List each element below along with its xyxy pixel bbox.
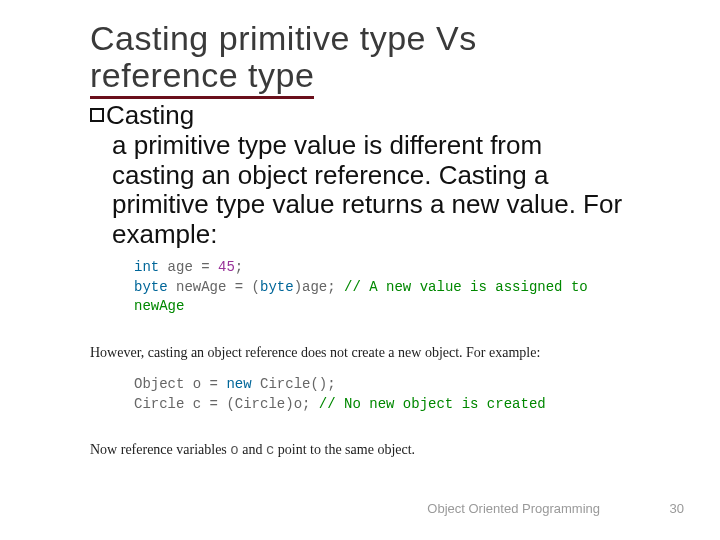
prose-text: Now reference variables [90,442,230,457]
code-text: ; [235,259,243,275]
prose-text: and [239,442,266,457]
code-text: Circle(); [252,376,336,392]
code-keyword: new [226,376,251,392]
code-text: Circle c = (Circle)o; [134,396,319,412]
code-block-1: int age = 45; byte newAge = (byte)age; /… [134,258,630,317]
slide-number: 30 [670,501,684,516]
code-keyword: byte [260,279,294,295]
prose-text: However, casting an object reference doe… [90,345,540,360]
title-line-1: Casting primitive type Vs [90,19,477,57]
code-text: newAge = ( [168,279,260,295]
code-text: Object o = [134,376,226,392]
body-first-word: Casting [106,101,194,130]
code-text: age = [159,259,218,275]
prose-text: point to the same object. [274,442,415,457]
slide: Casting primitive type Vs reference type… [0,0,720,540]
code-comment: // No new object is created [319,396,546,412]
code-line: Circle c = (Circle)o; // No new object i… [134,395,630,415]
code-line: Object o = new Circle(); [134,375,630,395]
content-lower: int age = 45; byte newAge = (byte)age; /… [90,258,630,458]
bullet-square-icon [90,108,104,122]
prose-1: However, casting an object reference doe… [90,345,630,361]
code-block-2: Object o = new Circle(); Circle c = (Cir… [134,375,630,414]
prose-2: Now reference variables o and c point to… [90,442,630,458]
slide-title: Casting primitive type Vs reference type [90,20,630,95]
title-line-2: reference type [90,56,314,99]
code-keyword: byte [134,279,168,295]
body-paragraph: Casting a primitive type value is differ… [90,101,630,250]
code-line: int age = 45; [134,258,630,278]
code-line: byte newAge = (byte)age; // A new value … [134,278,630,317]
code-number: 45 [218,259,235,275]
body-rest: a primitive type value is different from… [90,131,630,251]
code-var: o [230,442,238,458]
code-keyword: int [134,259,159,275]
code-text: )age; [294,279,344,295]
footer-label: Object Oriented Programming [427,501,600,516]
body-clip: Casting a primitive type value is differ… [90,101,630,250]
